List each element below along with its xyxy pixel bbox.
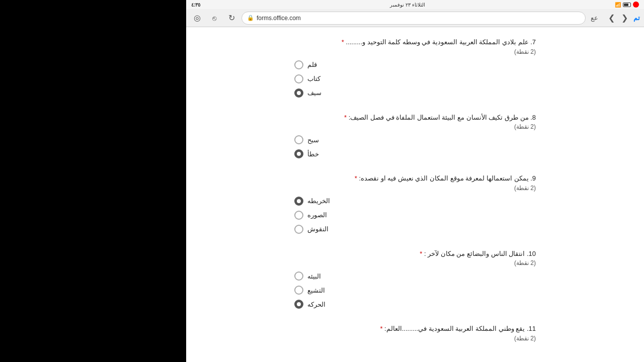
q9-label-3: النقوش [307, 225, 329, 233]
form-area[interactable]: 7. علم بلادي المملكة العربية السعودية في… [186, 27, 644, 362]
q7-option-2[interactable]: كتاب [294, 74, 536, 83]
q8-radio-2[interactable] [294, 149, 303, 158]
q10-number: 10. [525, 250, 536, 257]
q10-label-2: التشيع [307, 287, 325, 294]
form-content: 7. علم بلادي المملكة العربية السعودية في… [284, 32, 546, 362]
status-right: 📶 [615, 2, 639, 8]
q10-label-3: الحركه [307, 301, 326, 308]
q10-label-1: البيئه [307, 273, 321, 280]
q9-option-1[interactable]: الخريطه [294, 197, 536, 206]
q8-radio-1[interactable] [294, 135, 303, 144]
q11-points: (2 نقطة) [294, 335, 536, 342]
question-11-text: 11. يقع وطني المملكة العربية السعودية في… [294, 324, 536, 334]
question-7-text: 7. علم بلادي المملكة العربية السعودية في… [294, 37, 536, 47]
question-7-block: 7. علم بلادي المملكة العربية السعودية في… [294, 37, 536, 98]
q9-radio-3[interactable] [294, 225, 303, 234]
q8-body: من طرق تكيف الأنسان مع البيئة استعمال ال… [349, 114, 529, 121]
q9-radio-1[interactable] [294, 197, 303, 206]
q9-radio-2[interactable] [294, 211, 303, 220]
q10-radio-1[interactable] [294, 272, 303, 281]
status-bar: ٤:٣٥ الثلاثاء ٢٣ نوفمبر 📶 [186, 0, 644, 9]
q9-option-3[interactable]: النقوش [294, 225, 536, 234]
q9-number: 9. [529, 174, 536, 182]
q8-number: 8. [529, 114, 536, 121]
left-black-panel [0, 0, 186, 362]
nav-buttons: ❮ ❯ [605, 12, 630, 24]
q7-radio-3[interactable] [294, 88, 303, 98]
record-btn [633, 2, 639, 8]
question-11-block: 11. يقع وطني المملكة العربية السعودية في… [294, 324, 536, 342]
navigate-icon-btn[interactable]: ◎ [190, 11, 204, 25]
url-bar[interactable]: 🔒 forms.office.com [242, 12, 586, 25]
q7-number: 7. [529, 38, 536, 46]
q7-required: * [342, 38, 344, 46]
question-9-text: 9. يمكن استعمالها لمعرفة موقع المكان الذ… [294, 173, 536, 184]
back-btn[interactable]: ❮ [605, 12, 617, 24]
q10-body: انتقال الناس والبضائع من مكان لآخر : [424, 250, 525, 257]
q7-radio-2[interactable] [294, 74, 303, 83]
share-btn[interactable]: ⎋ [207, 11, 221, 25]
question-8-block: 8. من طرق تكيف الأنسان مع البيئة استعمال… [294, 113, 536, 159]
q10-option-1[interactable]: البيئه [294, 272, 536, 281]
q9-option-2[interactable]: الصوره [294, 211, 536, 220]
status-center: الثلاثاء ٢٣ نوفمبر [390, 2, 425, 8]
q11-number: 11. [525, 325, 536, 332]
q11-required: * [380, 325, 382, 332]
date-display: الثلاثاء ٢٣ نوفمبر [390, 2, 425, 8]
q7-radio-1[interactable] [294, 60, 303, 69]
browser-toolbar: ◎ ⎋ ↻ 🔒 forms.office.com عع ❮ ❯ تم [186, 9, 644, 27]
q10-radio-2[interactable] [294, 286, 303, 295]
q7-label-1: قلم [307, 61, 317, 68]
time-display: ٤:٣٥ [191, 2, 200, 8]
lock-icon: 🔒 [247, 15, 254, 21]
q10-option-2[interactable]: التشيع [294, 286, 536, 295]
battery-indicator [623, 3, 631, 7]
question-8-text: 8. من طرق تكيف الأنسان مع البيئة استعمال… [294, 113, 536, 123]
q8-option-1[interactable]: سبح [294, 135, 536, 144]
reload-btn[interactable]: ↻ [224, 11, 238, 25]
question-10-text: 10. انتقال الناس والبضائع من مكان لآخر :… [294, 249, 536, 259]
question-9-block: 9. يمكن استعمالها لمعرفة موقع المكان الذ… [294, 173, 536, 234]
battery-icon: 📶 [615, 2, 621, 8]
q7-option-3[interactable]: سيف [294, 88, 536, 98]
q8-required: * [344, 114, 347, 121]
q10-required: * [420, 250, 422, 257]
zoom-label: عع [591, 14, 598, 22]
forward-btn[interactable]: ❯ [618, 12, 630, 24]
url-text: forms.office.com [257, 15, 301, 22]
q8-points: (2 نقطة) [294, 123, 536, 130]
q10-points: (2 نقطة) [294, 259, 536, 266]
q7-label-3: سيف [307, 89, 321, 97]
q7-points: (2 نقطة) [294, 48, 536, 55]
q9-label-1: الخريطه [307, 197, 330, 205]
q8-option-2[interactable]: خطأ [294, 149, 536, 158]
q11-body: يقع وطني المملكة العربية السعودية في....… [384, 325, 525, 332]
q7-label-2: كتاب [307, 75, 320, 82]
done-btn[interactable]: تم [633, 14, 640, 22]
q10-option-3[interactable]: الحركه [294, 300, 536, 309]
q9-body: يمكن استعمالها لمعرفة موقع المكان الذي ن… [359, 174, 528, 182]
q7-body: علم بلادي المملكة العربية السعودية في وس… [346, 38, 529, 46]
q9-label-2: الصوره [307, 211, 327, 219]
q10-radio-3[interactable] [294, 300, 303, 309]
q8-label-1: سبح [307, 136, 319, 144]
q9-points: (2 نقطة) [294, 185, 536, 192]
q7-option-1[interactable]: قلم [294, 60, 536, 69]
status-left: ٤:٣٥ [191, 2, 200, 8]
question-10-block: 10. انتقال الناس والبضائع من مكان لآخر :… [294, 249, 536, 309]
q8-label-2: خطأ [307, 150, 319, 158]
q9-required: * [355, 174, 357, 182]
